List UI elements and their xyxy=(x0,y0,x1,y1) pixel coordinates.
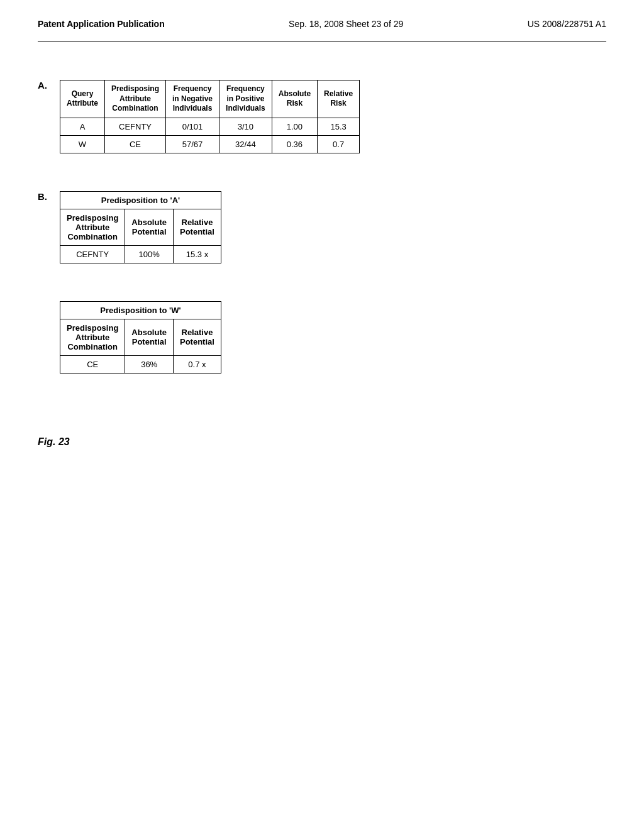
header-publication: Patent Application Publication xyxy=(38,19,165,29)
page-header: Patent Application Publication Sep. 18, … xyxy=(38,19,606,42)
table-cell: 0/101 xyxy=(166,118,219,135)
table-cell: W xyxy=(60,135,105,153)
table-cell: 1.00 xyxy=(272,118,317,135)
pred-w-col3: RelativePotential xyxy=(173,319,221,355)
header-patent-number: US 2008/228751 A1 xyxy=(528,19,606,29)
table-row: WCE57/6732/440.360.7 xyxy=(60,135,360,153)
pred-w-header-row: PredisposingAttributeCombination Absolut… xyxy=(60,319,221,355)
predisposition-a-group: Predisposition to 'A' PredisposingAttrib… xyxy=(60,191,221,263)
predisposition-w-table: Predisposition to 'W' PredisposingAttrib… xyxy=(60,301,221,374)
table-cell: CEFNTY xyxy=(60,245,125,263)
header-date-sheet: Sep. 18, 2008 Sheet 23 of 29 xyxy=(289,19,403,29)
table-cell: CEFNTY xyxy=(105,118,166,135)
col-query-attribute: QueryAttribute xyxy=(60,80,105,118)
table-cell: CE xyxy=(60,355,125,373)
table-cell: CE xyxy=(105,135,166,153)
pred-w-title-row: Predisposition to 'W' xyxy=(60,301,221,319)
pred-w-title: Predisposition to 'W' xyxy=(60,301,221,319)
table-cell: 0.7 x xyxy=(173,355,221,373)
table-header-row: QueryAttribute PredisposingAttributeComb… xyxy=(60,80,360,118)
section-b: B. Predisposition to 'A' PredisposingAtt… xyxy=(38,191,606,386)
pred-w-col2: AbsolutePotential xyxy=(125,319,174,355)
section-a: A. QueryAttribute PredisposingAttributeC… xyxy=(38,80,606,153)
col-freq-negative: Frequencyin NegativeIndividuals xyxy=(166,80,219,118)
table-cell: 15.3 xyxy=(318,118,360,135)
table-cell: A xyxy=(60,118,105,135)
col-freq-positive: Frequencyin PositiveIndividuals xyxy=(219,80,272,118)
pred-a-title: Predisposition to 'A' xyxy=(60,191,221,209)
predisposition-a-table: Predisposition to 'A' PredisposingAttrib… xyxy=(60,191,221,263)
table-cell: 100% xyxy=(125,245,174,263)
section-b-wrapper: B. Predisposition to 'A' PredisposingAtt… xyxy=(38,191,606,386)
pred-a-header-row: PredisposingAttributeCombination Absolut… xyxy=(60,209,221,245)
table-cell: 3/10 xyxy=(219,118,272,135)
pred-a-col3: RelativePotential xyxy=(173,209,221,245)
col-predisposing-attribute: PredisposingAttributeCombination xyxy=(105,80,166,118)
figure-label: Fig. 23 xyxy=(38,436,606,448)
table-cell: 0.36 xyxy=(272,135,317,153)
table-cell: 36% xyxy=(125,355,174,373)
pred-a-col2: AbsolutePotential xyxy=(125,209,174,245)
table-cell: 57/67 xyxy=(166,135,219,153)
col-absolute-risk: AbsoluteRisk xyxy=(272,80,317,118)
pred-a-col1: PredisposingAttributeCombination xyxy=(60,209,125,245)
predisposition-w-group: Predisposition to 'W' PredisposingAttrib… xyxy=(60,301,221,374)
pred-w-col1: PredisposingAttributeCombination xyxy=(60,319,125,355)
table-row: CEFNTY100%15.3 x xyxy=(60,245,221,263)
section-a-label: A. xyxy=(38,80,47,91)
pred-a-title-row: Predisposition to 'A' xyxy=(60,191,221,209)
section-a-table: QueryAttribute PredisposingAttributeComb… xyxy=(60,80,360,153)
col-relative-risk: RelativeRisk xyxy=(318,80,360,118)
page-container: Patent Application Publication Sep. 18, … xyxy=(0,0,644,830)
section-a-wrapper: A. QueryAttribute PredisposingAttributeC… xyxy=(38,80,606,153)
table-cell: 32/44 xyxy=(219,135,272,153)
section-b-tables: Predisposition to 'A' PredisposingAttrib… xyxy=(60,191,221,386)
table-row: ACEFNTY0/1013/101.0015.3 xyxy=(60,118,360,135)
section-b-label: B. xyxy=(38,191,47,202)
table-cell: 0.7 xyxy=(318,135,360,153)
table-row: CE36%0.7 x xyxy=(60,355,221,373)
table-cell: 15.3 x xyxy=(173,245,221,263)
